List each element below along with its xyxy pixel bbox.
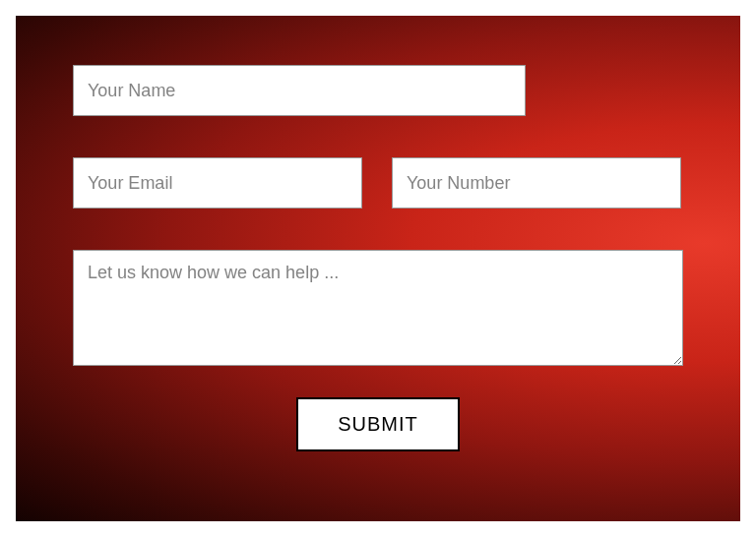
- submit-row: SUBMIT: [73, 397, 683, 451]
- number-input[interactable]: [392, 157, 681, 209]
- name-input[interactable]: [73, 65, 526, 116]
- message-row: [73, 250, 683, 366]
- contact-form-panel: SUBMIT: [16, 16, 740, 521]
- email-input[interactable]: [73, 157, 362, 209]
- submit-button[interactable]: SUBMIT: [296, 397, 460, 451]
- contact-row: [73, 157, 683, 209]
- name-row: [73, 65, 683, 116]
- message-textarea[interactable]: [73, 250, 683, 366]
